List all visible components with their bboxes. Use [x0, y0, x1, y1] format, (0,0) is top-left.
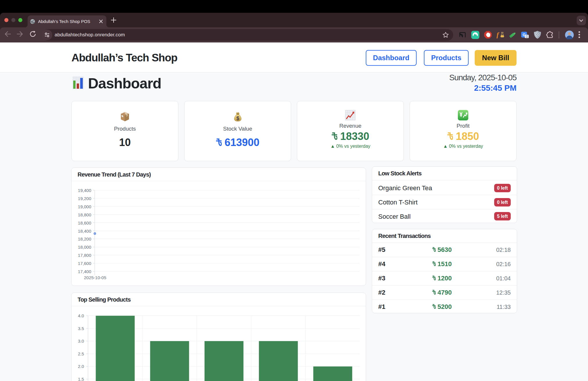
svg-text:$: $ [236, 115, 239, 121]
svg-text:f: f [496, 31, 499, 38]
